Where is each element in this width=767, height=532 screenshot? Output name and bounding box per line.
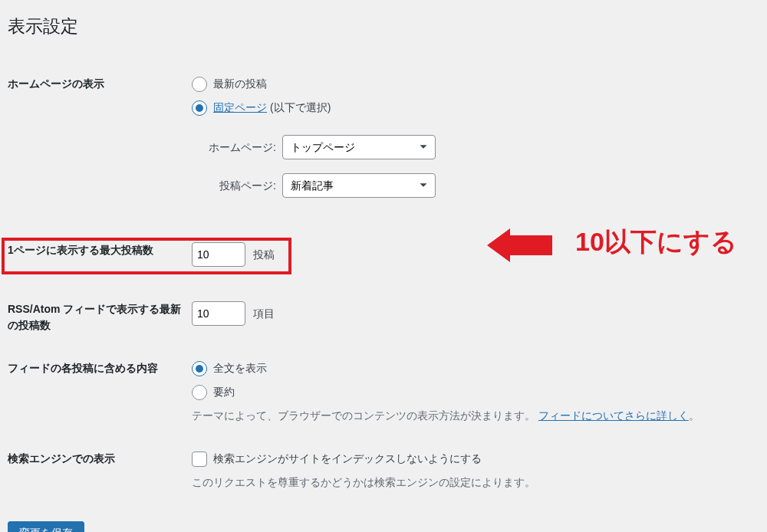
search-engine-checkbox-text: 検索エンジンがサイトをインデックスしないようにする	[213, 451, 482, 467]
feed-learn-more-link[interactable]: フィードについてさらに詳しく	[538, 409, 689, 422]
feed-desc-pre: テーマによって、ブラウザーでのコンテンツの表示方法が決まります。	[192, 409, 535, 422]
search-engine-description: このリクエストを尊重するかどうかは検索エンジンの設定によります。	[192, 475, 744, 491]
homepage-display-label: ホームページの表示	[8, 64, 192, 227]
settings-form: ホームページの表示 最新の投稿 固定ページ (以下で選択)	[8, 64, 752, 506]
radio-static-page-label[interactable]: 固定ページ (以下で選択)	[192, 100, 331, 116]
search-engine-checkbox[interactable]	[192, 452, 207, 467]
feed-items-input[interactable]	[192, 301, 245, 326]
posts-per-page-label: 1ページに表示する最大投稿数	[8, 244, 153, 256]
radio-summary-text: 要約	[213, 384, 235, 400]
search-engine-checkbox-label[interactable]: 検索エンジンがサイトをインデックスしないようにする	[192, 451, 482, 467]
radio-full-text[interactable]	[192, 361, 207, 376]
radio-latest-posts-label[interactable]: 最新の投稿	[192, 76, 267, 92]
radio-latest-posts[interactable]	[192, 77, 207, 92]
feed-content-label: フィードの各投稿に含める内容	[8, 349, 192, 439]
page-title: 表示設定	[8, 8, 752, 41]
posts-per-page-input[interactable]	[192, 242, 245, 267]
posts-per-page-suffix: 投稿	[253, 248, 275, 261]
radio-summary[interactable]	[192, 385, 207, 400]
annotation-text: 10以下にする	[575, 222, 737, 261]
radio-full-text-text: 全文を表示	[213, 360, 267, 376]
homepage-select[interactable]: トップページ	[282, 135, 436, 159]
annotation-arrow	[487, 228, 552, 262]
radio-full-text-label[interactable]: 全文を表示	[192, 360, 267, 376]
radio-summary-label[interactable]: 要約	[192, 384, 235, 400]
static-page-note: (以下で選択)	[270, 100, 331, 116]
feed-desc-post: 。	[689, 409, 700, 422]
posts-page-select[interactable]: 新着記事	[282, 173, 436, 198]
feed-content-description: テーマによって、ブラウザーでのコンテンツの表示方法が決まります。 フィードについ…	[192, 408, 744, 424]
static-page-link[interactable]: 固定ページ	[213, 100, 267, 116]
search-engine-label: 検索エンジンでの表示	[8, 439, 192, 506]
feed-items-suffix: 項目	[253, 307, 275, 320]
save-button[interactable]: 変更を保存	[8, 521, 84, 532]
homepage-select-label: ホームページ:	[192, 140, 276, 156]
posts-page-select-label: 投稿ページ:	[192, 178, 276, 194]
radio-latest-posts-text: 最新の投稿	[213, 76, 267, 92]
radio-static-page[interactable]	[192, 100, 207, 116]
feed-items-label: RSS/Atom フィードで表示する最新の投稿数	[8, 290, 192, 349]
